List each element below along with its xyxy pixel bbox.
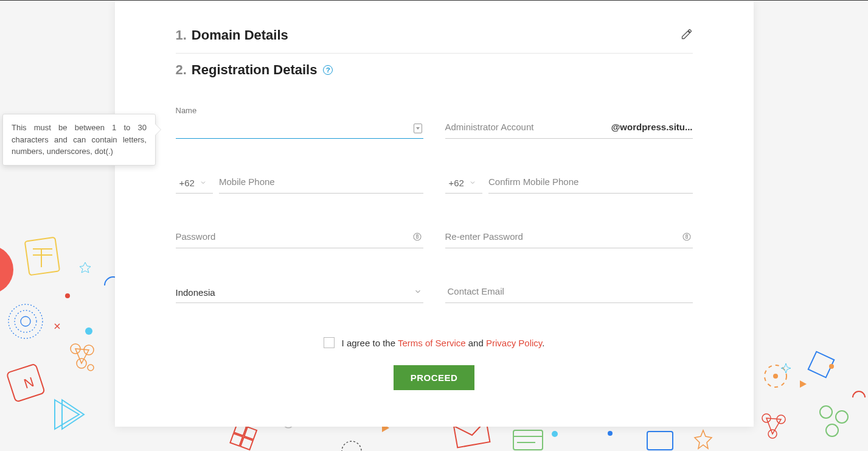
svg-point-37 bbox=[777, 415, 785, 424]
password-manager-icon[interactable] bbox=[412, 232, 422, 244]
proceed-button-wrap: PROCEED bbox=[176, 365, 693, 390]
password-field-wrap: Password bbox=[176, 228, 423, 248]
reenter-password-field-wrap: Re-enter Password bbox=[445, 228, 693, 248]
step-2-title: Registration Details bbox=[192, 62, 318, 78]
svg-point-35 bbox=[773, 374, 778, 379]
admin-account-field-wrap: Administrator Account @wordpress.situ... bbox=[445, 118, 693, 139]
mobile-phone-input[interactable] bbox=[219, 175, 423, 191]
step-1-title: Domain Details bbox=[192, 27, 288, 43]
svg-point-43 bbox=[820, 406, 832, 418]
svg-point-32 bbox=[608, 431, 613, 436]
confirm-mobile-phone-field-wrap: +62 Confirm Mobile Phone bbox=[445, 173, 693, 194]
step-registration-details-header: 2. Registration Details ? bbox=[176, 54, 693, 88]
tooltip-text: This must be between 1 to 30 characters … bbox=[12, 123, 147, 156]
chevron-down-icon bbox=[469, 178, 476, 189]
svg-rect-28 bbox=[513, 430, 543, 450]
help-icon[interactable]: ? bbox=[323, 65, 333, 75]
svg-text:N: N bbox=[22, 374, 36, 392]
name-label: Name bbox=[176, 106, 197, 115]
svg-rect-41 bbox=[808, 352, 835, 378]
svg-point-42 bbox=[829, 364, 834, 369]
password-manager-icon[interactable] bbox=[682, 232, 692, 244]
contact-email-field-wrap: Contact Email bbox=[445, 282, 693, 303]
svg-marker-16 bbox=[62, 400, 84, 429]
privacy-policy-link[interactable]: Privacy Policy bbox=[486, 338, 542, 348]
svg-point-34 bbox=[765, 365, 786, 387]
svg-rect-20 bbox=[244, 427, 257, 440]
consent-prefix: I agree to the bbox=[342, 338, 398, 348]
svg-rect-49 bbox=[686, 236, 687, 238]
svg-rect-1 bbox=[25, 237, 60, 275]
contacts-picker-icon[interactable] bbox=[414, 124, 422, 133]
consent-mid: and bbox=[466, 338, 486, 348]
consent-row: I agree to the Terms of Service and Priv… bbox=[176, 337, 693, 348]
chevron-down-icon bbox=[200, 178, 207, 189]
consent-suffix: . bbox=[542, 338, 544, 348]
svg-marker-40 bbox=[800, 380, 807, 388]
svg-point-0 bbox=[0, 245, 13, 294]
password-input[interactable] bbox=[176, 230, 408, 245]
svg-rect-47 bbox=[416, 236, 418, 238]
registration-form: Name Administrator Account @wordpress.si… bbox=[176, 118, 693, 303]
name-input[interactable] bbox=[176, 121, 408, 136]
name-field-wrap: Name bbox=[176, 118, 423, 139]
svg-rect-21 bbox=[230, 433, 243, 446]
registration-card: 1. Domain Details 2. Registration Detail… bbox=[115, 1, 754, 427]
edit-domain-details-icon[interactable] bbox=[681, 28, 693, 43]
svg-rect-33 bbox=[647, 432, 673, 450]
terms-checkbox[interactable] bbox=[324, 337, 335, 348]
svg-marker-15 bbox=[55, 400, 79, 429]
svg-point-11 bbox=[84, 345, 94, 355]
admin-account-domain-suffix: @wordpress.situ... bbox=[611, 122, 693, 132]
svg-point-24 bbox=[342, 441, 361, 451]
svg-point-44 bbox=[836, 411, 848, 423]
name-field-tooltip: This must be between 1 to 30 characters … bbox=[2, 114, 156, 166]
consent-text: I agree to the Terms of Service and Priv… bbox=[342, 338, 545, 348]
step-domain-details-header: 1. Domain Details bbox=[176, 25, 693, 53]
svg-point-7 bbox=[9, 304, 43, 338]
country-field-wrap: Indonesia bbox=[176, 282, 423, 303]
mobile-country-code: +62 bbox=[179, 178, 195, 188]
svg-rect-13 bbox=[7, 364, 45, 402]
country-select[interactable]: Indonesia bbox=[176, 282, 423, 303]
svg-point-36 bbox=[762, 414, 771, 422]
svg-point-31 bbox=[552, 431, 558, 437]
country-value: Indonesia bbox=[176, 287, 215, 298]
svg-point-10 bbox=[71, 344, 80, 354]
mobile-country-code-select[interactable]: +62 bbox=[176, 173, 213, 194]
svg-point-6 bbox=[15, 310, 36, 332]
svg-point-12 bbox=[77, 358, 86, 368]
svg-rect-22 bbox=[240, 437, 253, 450]
svg-point-38 bbox=[768, 430, 777, 438]
proceed-button[interactable]: PROCEED bbox=[394, 365, 475, 390]
svg-point-5 bbox=[21, 316, 30, 326]
mobile-phone-field-wrap: +62 Mobile Phone bbox=[176, 173, 423, 194]
confirm-mobile-phone-input[interactable] bbox=[488, 175, 693, 191]
terms-of-service-link[interactable]: Terms of Service bbox=[398, 338, 466, 348]
step-2-number: 2. bbox=[176, 62, 187, 78]
chevron-down-icon bbox=[414, 287, 422, 298]
svg-point-45 bbox=[826, 424, 838, 436]
svg-point-17 bbox=[88, 365, 94, 371]
svg-point-9 bbox=[85, 327, 92, 335]
svg-point-8 bbox=[65, 293, 70, 298]
step-1-number: 1. bbox=[176, 27, 187, 43]
reenter-password-input[interactable] bbox=[445, 230, 677, 245]
confirm-mobile-country-code-select[interactable]: +62 bbox=[445, 173, 482, 194]
contact-email-input[interactable] bbox=[445, 285, 693, 300]
confirm-mobile-country-code: +62 bbox=[449, 178, 464, 188]
